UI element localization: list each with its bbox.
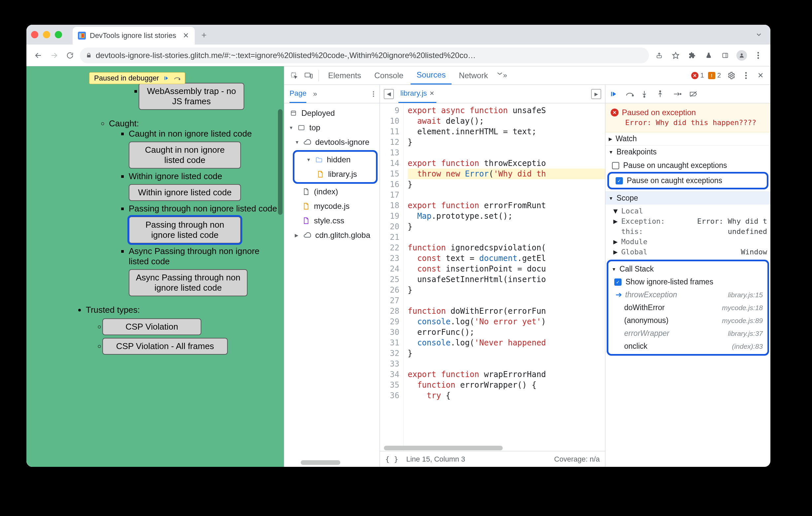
callstack-frame[interactable]: ➔throwExceptionlibrary.js:15 [608,289,767,301]
code-editor[interactable]: 9101112131415161718192021222324252627282… [380,103,605,451]
scope-row[interactable]: ▶Module [605,237,771,247]
tree-origin[interactable]: ▼ devtools-ignore [284,135,380,149]
file-icon [301,188,311,195]
navigator-tab-page[interactable]: Page [289,85,306,103]
scope-row[interactable]: this:undefined [605,226,771,237]
warning-icon: ! [708,72,715,79]
scope-row[interactable]: ▶GlobalWindow [605,247,771,257]
scope-row[interactable]: ▼Local [605,206,771,216]
svg-point-22 [373,95,374,97]
tab-overflow-button[interactable] [752,29,766,40]
callstack-frame[interactable]: errorWrapperlibrary.js:37 [608,327,767,340]
page-button[interactable]: Caught in non ignore listed code [129,142,241,169]
chrome-menu-button[interactable] [752,49,764,62]
svg-point-19 [745,77,747,79]
tree-style[interactable]: style.css [284,213,380,228]
step-into-button[interactable] [642,90,651,98]
step-over-icon[interactable] [173,74,181,82]
resume-icon[interactable] [162,74,170,82]
warning-badge[interactable]: ! 2 [708,71,721,79]
paused-message: ✕ Paused on exception Error: Why did thi… [605,103,771,132]
browser-tab[interactable]: DevTools ignore list stories ✕ [72,27,195,44]
more-navigators-icon[interactable]: » [313,90,317,98]
navigator-menu-icon[interactable] [373,91,374,97]
nav-prev-icon[interactable]: ◀ [384,89,394,99]
page-button[interactable]: Within ignore listed code [129,184,241,201]
inspect-icon[interactable] [288,72,301,79]
settings-icon[interactable] [725,71,738,80]
error-icon: ✕ [611,109,618,117]
window-controls [31,31,62,38]
svg-point-21 [373,93,374,95]
bp-caught[interactable]: ✓ Pause on caught exceptions [609,175,767,186]
breakpoints-toggle-button[interactable] [689,91,699,97]
close-devtools-icon[interactable]: ✕ [754,71,767,80]
scope-body: ▼Local▶Exception:Error: Why did t this:u… [605,205,771,258]
callstack-frame[interactable]: doWithErrormycode.js:18 [608,301,767,314]
page-button[interactable]: WebAssembly trap - no JS frames [139,83,244,110]
breakpoints-section[interactable]: ▼ Breakpoints [605,145,771,158]
address-bar[interactable]: devtools-ignore-list-stories.glitch.me/#… [80,48,649,63]
callstack-frame[interactable]: onclick(index):83 [608,340,767,353]
minimize-window-button[interactable] [43,31,50,38]
page-button[interactable]: Async Passing through non ignore listed … [129,269,248,296]
step-over-button[interactable] [626,91,636,97]
close-tab-button[interactable]: ✕ [183,31,189,40]
tab-network[interactable]: Network [453,66,494,85]
tree-mycode[interactable]: mycode.js [284,199,380,213]
tree-top[interactable]: ▼ top [284,120,380,135]
tree-hidden-folder[interactable]: ▼ hidden [296,152,374,167]
page-scrollbar[interactable] [278,109,283,215]
page-button-highlight[interactable]: Passing through non ignore listed code [129,216,241,243]
tab-elements[interactable]: Elements [322,66,367,85]
scope-row[interactable]: ▶Exception:Error: Why did t [605,216,771,226]
tree-deployed[interactable]: Deployed [284,106,380,120]
checkbox-icon[interactable]: ✓ [616,177,623,184]
step-button[interactable] [673,91,683,97]
list-item: CSP Violation - All frames [106,338,277,355]
callstack-section[interactable]: ▼ Call Stack [608,263,767,275]
labs-button[interactable] [702,49,715,62]
error-badge[interactable]: ✕ 1 [691,71,704,79]
device-toggle-icon[interactable] [302,72,315,79]
page-button[interactable]: CSP Violation [102,318,201,335]
editor-scrollbar[interactable] [384,446,503,450]
side-panel-button[interactable] [719,49,731,62]
show-ignored-toggle[interactable]: ✓ Show ignore-listed frames [608,275,767,289]
more-tabs-icon[interactable]: » [495,71,508,80]
step-out-button[interactable] [658,90,667,98]
extensions-button[interactable] [686,49,698,62]
checkbox-icon[interactable]: ✓ [614,278,621,286]
run-snippet-icon[interactable]: ▶ [591,89,601,99]
cursor-position: Line 15, Column 3 [406,455,465,463]
caught-heading: Caught: [109,118,277,129]
watch-section[interactable]: ▶ Watch [605,132,771,145]
list-item: WebAssembly trap - no JS frames [142,83,277,110]
tree-library-js[interactable]: library.js [296,167,374,181]
tab-sources[interactable]: Sources [411,66,452,85]
navigator-scrollbar[interactable] [301,460,340,465]
forward-button[interactable] [48,50,60,61]
scope-section[interactable]: ▼ Scope [605,191,771,205]
back-button[interactable] [32,50,44,61]
checkbox-icon[interactable] [612,162,619,169]
tree-cdn[interactable]: ▶ cdn.glitch.globa [284,228,380,242]
tree-index[interactable]: (index) [284,184,380,199]
profile-button[interactable] [735,49,748,62]
code-lines: export async function unsafeS await dela… [404,103,605,451]
devtools-menu-icon[interactable] [740,72,753,79]
bp-uncaught[interactable]: Pause on uncaught exceptions [605,160,771,171]
close-file-icon[interactable]: ✕ [429,90,434,97]
close-window-button[interactable] [31,31,38,38]
editor-file-tab[interactable]: library.js ✕ [398,85,436,103]
tab-console[interactable]: Console [368,66,409,85]
pretty-print-icon[interactable]: { } [385,455,398,463]
reload-button[interactable] [64,50,76,61]
page-button[interactable]: CSP Violation - All frames [102,338,228,355]
resume-button[interactable] [610,91,620,97]
callstack-frame[interactable]: (anonymous)mycode.js:89 [608,314,767,327]
maximize-window-button[interactable] [55,31,62,38]
share-button[interactable] [653,49,665,62]
new-tab-button[interactable]: ＋ [198,29,210,40]
bookmark-button[interactable] [669,49,682,62]
